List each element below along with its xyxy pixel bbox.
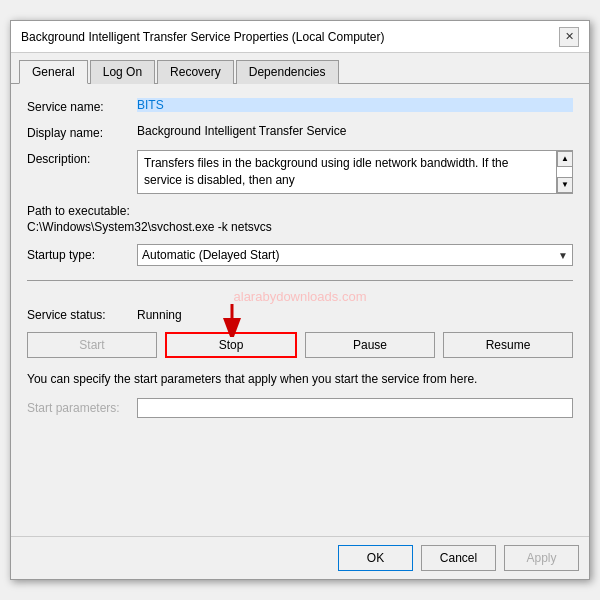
tab-recovery[interactable]: Recovery <box>157 60 234 84</box>
start-button[interactable]: Start <box>27 332 157 358</box>
dialog-footer: OK Cancel Apply <box>11 536 589 579</box>
tab-bar: General Log On Recovery Dependencies <box>11 53 589 84</box>
watermark: alarabydownloads.com <box>27 289 573 304</box>
info-text: You can specify the start parameters tha… <box>27 370 573 388</box>
dialog-title: Background Intelligent Transfer Service … <box>21 30 385 44</box>
dropdown-arrow-icon: ▼ <box>558 250 568 261</box>
startup-value: Automatic (Delayed Start) <box>142 248 279 262</box>
dialog-window: Background Intelligent Transfer Service … <box>10 20 590 580</box>
service-buttons-row: Start Stop Pause Resume <box>27 332 573 358</box>
startup-dropdown[interactable]: Automatic (Delayed Start) ▼ <box>137 244 573 266</box>
startup-row: Startup type: Automatic (Delayed Start) … <box>27 244 573 266</box>
tab-general[interactable]: General <box>19 60 88 84</box>
scroll-up-icon[interactable]: ▲ <box>557 151 573 167</box>
close-button[interactable]: ✕ <box>559 27 579 47</box>
description-scrollbar[interactable]: ▲ ▼ <box>556 151 572 193</box>
tab-logon[interactable]: Log On <box>90 60 155 84</box>
tab-dependencies[interactable]: Dependencies <box>236 60 339 84</box>
start-params-label: Start parameters: <box>27 401 137 415</box>
service-name-label: Service name: <box>27 98 137 114</box>
path-value: C:\Windows\System32\svchost.exe -k netsv… <box>27 220 573 234</box>
resume-button[interactable]: Resume <box>443 332 573 358</box>
service-name-row: Service name: BITS <box>27 98 573 114</box>
apply-button[interactable]: Apply <box>504 545 579 571</box>
start-params-row: Start parameters: <box>27 398 573 418</box>
description-text: Transfers files in the background using … <box>144 155 566 189</box>
display-name-label: Display name: <box>27 124 137 140</box>
pause-button[interactable]: Pause <box>305 332 435 358</box>
description-row: Description: Transfers files in the back… <box>27 150 573 194</box>
cancel-button[interactable]: Cancel <box>421 545 496 571</box>
title-bar: Background Intelligent Transfer Service … <box>11 21 589 53</box>
service-status-value: Running <box>137 308 182 322</box>
display-name-value: Background Intelligent Transfer Service <box>137 124 573 138</box>
content-area: Service name: BITS Display name: Backgro… <box>11 84 589 536</box>
buttons-container: Start Stop Pause Resume <box>27 332 573 358</box>
path-label: Path to executable: <box>27 204 573 218</box>
start-params-input[interactable] <box>137 398 573 418</box>
divider-1 <box>27 280 573 281</box>
description-label: Description: <box>27 150 137 166</box>
service-status-label: Service status: <box>27 308 137 322</box>
service-name-value: BITS <box>137 98 573 112</box>
service-status-row: Service status: Running <box>27 308 573 322</box>
path-section: Path to executable: C:\Windows\System32\… <box>27 204 573 234</box>
display-name-row: Display name: Background Intelligent Tra… <box>27 124 573 140</box>
description-box: Transfers files in the background using … <box>137 150 573 194</box>
stop-button[interactable]: Stop <box>165 332 297 358</box>
ok-button[interactable]: OK <box>338 545 413 571</box>
scroll-down-icon[interactable]: ▼ <box>557 177 573 193</box>
startup-label: Startup type: <box>27 248 137 262</box>
